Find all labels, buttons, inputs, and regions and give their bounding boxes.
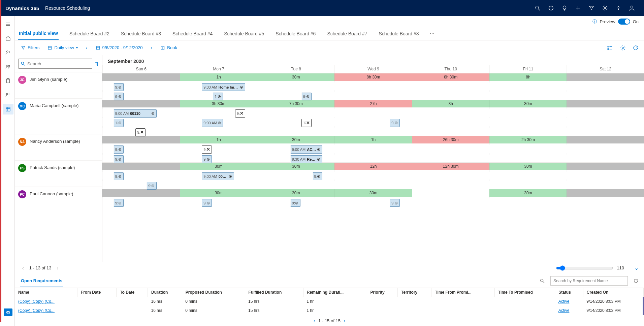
target-icon[interactable] [544, 0, 558, 16]
booking[interactable]: 9:00 AMSoundproofing work [290, 199, 300, 207]
board-tab[interactable]: Schedule Board #7 [326, 28, 368, 40]
plus-icon[interactable] [571, 0, 585, 16]
home-icon[interactable] [3, 33, 13, 44]
schedule-icon[interactable] [3, 104, 13, 115]
resource-row[interactable]: NANancy Anderson (sample) [15, 134, 102, 160]
booking[interactable]: 9:00 AMHome Improvement [202, 83, 245, 91]
req-search-icon[interactable] [540, 278, 545, 284]
booking[interactable]: 9:00 AM00105 [114, 145, 124, 154]
status-link[interactable]: Active [558, 299, 570, 304]
zoom-slider[interactable] [556, 265, 613, 271]
prev-range-button[interactable]: ‹ [84, 45, 90, 51]
menu-icon[interactable] [3, 19, 13, 30]
clipboard-icon[interactable] [3, 75, 13, 86]
collapse-icon[interactable]: ⌄ [634, 265, 639, 271]
resource-row[interactable]: PSPatrick Sands (sample) [15, 160, 102, 187]
req-search-input[interactable] [550, 276, 628, 286]
dailyview-dropdown[interactable]: Daily view▾ [45, 44, 80, 52]
table-row[interactable]: (Copy) (Copy) (Co... 16 hrs0 mins15 hrs1… [15, 306, 643, 315]
booking[interactable]: 9:30 AMRepair heating unit [290, 155, 322, 163]
column-header[interactable]: Remaining Durati... [303, 288, 367, 297]
resource-row[interactable]: MCMaria Campbell (sample) [15, 98, 102, 134]
booking-title: AC repair [307, 148, 317, 152]
board-tab[interactable]: Schedule Board #4 [172, 28, 213, 40]
board-tab[interactable]: Schedule Board #5 [223, 28, 265, 40]
booking[interactable]: 9:00 AMPlumber Services [147, 182, 157, 190]
req-prev-button[interactable]: ‹ [314, 318, 315, 323]
column-header[interactable]: Proposed Duration [182, 288, 245, 297]
status-link[interactable]: Active [558, 308, 570, 313]
book-button[interactable]: Book [158, 44, 179, 52]
booking[interactable]: 9:00 AMAC repair [290, 145, 322, 154]
booking[interactable]: 9:00 AM00110 [114, 109, 157, 118]
next-range-button[interactable]: › [149, 45, 155, 51]
column-header[interactable]: Territory [397, 288, 431, 297]
column-header[interactable]: Fulfilled Duration [245, 288, 303, 297]
column-header[interactable]: Name [15, 288, 77, 297]
resource-search-input[interactable] [27, 61, 90, 66]
board-tab[interactable]: Schedule Board #6 [275, 28, 316, 40]
booking[interactable]: 9:00 AMInstall soundbar [202, 155, 212, 163]
preview-toggle[interactable] [618, 19, 630, 25]
board-tab[interactable]: Schedule Board #2 [69, 28, 110, 40]
column-header[interactable]: Duration [148, 288, 182, 297]
sort-icon[interactable]: ⇅ [95, 61, 99, 66]
req-refresh-icon[interactable] [633, 278, 639, 284]
gear-icon[interactable] [598, 0, 612, 16]
help-icon[interactable] [612, 0, 625, 16]
booking[interactable]: 9:00 AM00106 [114, 199, 124, 207]
column-header[interactable]: Status [555, 288, 583, 297]
open-requirements-tab[interactable]: Open Requirements [20, 275, 63, 287]
booking[interactable]: 9:00 AMLandscaping [390, 199, 400, 207]
board-tab[interactable]: Initial public view [18, 27, 59, 40]
board-tab[interactable]: Schedule Board #3 [120, 28, 162, 40]
req-next-button[interactable]: › [344, 318, 345, 323]
booking[interactable]: 9:00 AM00104 [301, 93, 312, 100]
resource-row[interactable]: JGJim Glynn (sample) [15, 72, 102, 98]
booking[interactable]: 9:30 AMSmarthome consulting [114, 93, 124, 100]
table-row[interactable]: (Copy) (Copy) (Co... 16 hrs0 mins15 hrs1… [15, 297, 643, 306]
resource-name: Paul Cannon (sample) [30, 190, 73, 196]
column-header[interactable]: Time To Promised [494, 288, 555, 297]
booking[interactable]: 9:00 AMlawn care [114, 172, 124, 180]
page-next-button[interactable]: › [55, 265, 60, 271]
daterange-button[interactable]: 9/6/2020 - 9/12/2020 [94, 44, 145, 52]
req-name-link[interactable]: (Copy) (Copy) (Co... [18, 308, 55, 313]
search-icon[interactable] [531, 0, 544, 16]
req-name-link[interactable]: (Copy) (Copy) (Co... [18, 299, 55, 304]
booking[interactable]: 9:00 AMTiles replacement✕ [202, 145, 212, 154]
tab-more-icon[interactable]: ⋯ [430, 31, 434, 36]
legend-icon[interactable] [606, 43, 614, 52]
column-header[interactable]: To Date [117, 288, 148, 297]
column-header[interactable]: From Date [77, 288, 116, 297]
booking[interactable]: 9:00 AMPreventive Maintenance✕ [135, 128, 146, 137]
booking[interactable]: 12:00 AM00110 [213, 93, 223, 100]
booking[interactable]: 9:00 AMPrinter Installation [114, 83, 124, 91]
peoplegroup-icon[interactable] [3, 61, 13, 72]
column-header[interactable]: Created On [583, 288, 643, 297]
rs-badge[interactable]: RS [4, 308, 12, 316]
resource-row[interactable]: PCPaul Cannon (sample) [15, 187, 102, 203]
booking[interactable]: 9:00 AMPreventive Maint. [202, 199, 212, 207]
board-tab[interactable]: Schedule Board #8 [378, 28, 419, 40]
page-prev-button[interactable]: ‹ [20, 265, 26, 271]
resource-search[interactable] [18, 59, 92, 69]
booking[interactable]: 9:00 AMSoundproofing [313, 172, 323, 180]
booking[interactable]: 12:00 PM00109 [114, 119, 124, 127]
filter-icon[interactable] [585, 0, 598, 16]
refresh-icon[interactable] [631, 43, 640, 52]
peoplelist-icon[interactable] [3, 90, 13, 100]
booking[interactable]: 9:00 AMTiles replacement [390, 119, 400, 127]
booking[interactable]: 12:00 AMInstall soundbar work✕ [301, 119, 312, 127]
lightbulb-icon[interactable] [558, 0, 571, 16]
user-icon[interactable] [625, 0, 639, 16]
column-header[interactable]: Priority [367, 288, 397, 297]
booking[interactable]: 9:30 AM00107 [114, 155, 124, 163]
booking[interactable]: 9:00 AMPreventive Maintenance [202, 119, 223, 127]
people-icon[interactable] [3, 47, 13, 58]
filters-button[interactable]: Filters [19, 44, 41, 52]
booking[interactable]: 9:00 AM00110✕ [235, 109, 245, 118]
settings-icon[interactable] [618, 43, 627, 52]
booking[interactable]: 9:00 AM00108 [202, 172, 234, 180]
column-header[interactable]: Time From Promi... [431, 288, 494, 297]
